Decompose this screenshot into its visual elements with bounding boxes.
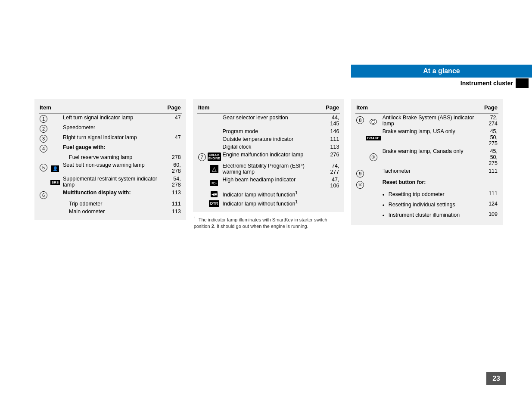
header-section: At a glance Instrument cluster bbox=[351, 65, 532, 88]
column-1: Item Page 1 Left turn signal indicator l… bbox=[34, 99, 190, 230]
footnote: 1 The indicator lamp illuminates with Sm… bbox=[193, 215, 345, 230]
dtr-icon: DTR bbox=[209, 200, 220, 207]
table-container-2: Item Page Gear selector lever position 4… bbox=[193, 99, 345, 212]
brake-circle-icon: ① bbox=[370, 153, 377, 161]
table-row: Digital clock 113 bbox=[197, 143, 340, 151]
table-row: 2 Speedometer bbox=[39, 124, 182, 134]
main-content: Item Page 1 Left turn signal indicator l… bbox=[34, 99, 506, 230]
col1-page-header: Page bbox=[161, 103, 182, 114]
row-num: 1 bbox=[39, 114, 48, 124]
table-row: 6 Multifunction display with: 113 bbox=[39, 189, 182, 200]
table-row: • Resetting individual settings 124 bbox=[355, 200, 498, 210]
table-row: Trip odometer 111 bbox=[39, 200, 182, 208]
section-marker bbox=[516, 78, 529, 88]
table-row: DTR Indicator lamp without function1 bbox=[197, 199, 340, 208]
instrument-cluster-bar: Instrument cluster bbox=[351, 78, 532, 88]
table-row: ≡▷ High beam headlamp indicator 47,106 bbox=[197, 176, 340, 190]
page-number: 23 bbox=[486, 372, 506, 385]
col1-item-header: Item bbox=[39, 103, 161, 114]
table-1: Item Page 1 Left turn signal indicator l… bbox=[39, 103, 182, 215]
table-container-1: Item Page 1 Left turn signal indicator l… bbox=[34, 99, 186, 220]
table-row: 3 Right turn signal indicator lamp 47 bbox=[39, 134, 182, 143]
instrument-cluster-label: Instrument cluster bbox=[460, 80, 513, 87]
table-row: SRS Supplemental restraint system indica… bbox=[39, 175, 182, 189]
bullet-item: • Resetting individual settings bbox=[383, 201, 477, 209]
indicator-lamp-icon-1: ◀■ bbox=[211, 191, 218, 197]
table-row: Fuel reserve warning lamp 278 bbox=[39, 153, 182, 161]
table-row: 4 Fuel gauge with: bbox=[39, 143, 182, 153]
table-row: △ Electronic Stability Program (ESP) war… bbox=[197, 162, 340, 176]
col3-item-header: Item bbox=[355, 103, 478, 114]
at-a-glance-title: At a glance bbox=[351, 65, 532, 78]
brake-text-icon: BRAKE bbox=[366, 136, 380, 140]
table-row: Program mode 146 bbox=[197, 128, 340, 135]
table-row: ◀■ Indicator lamp without function1 bbox=[197, 190, 340, 199]
table-row: ① Brake warning lamp, Canada only 45,50,… bbox=[355, 147, 498, 167]
table-row: 5 👤 Seat belt non-usage warning lamp 60,… bbox=[39, 161, 182, 175]
highbeam-icon: ≡▷ bbox=[210, 180, 218, 186]
table-row: 8 ◯ Antilock Brake System (ABS) indicato… bbox=[355, 114, 498, 128]
column-2: Item Page Gear selector lever position 4… bbox=[190, 99, 348, 230]
column-3: Item Page 8 ◯ Antilock Brake System (ABS… bbox=[348, 99, 506, 230]
table-row: Main odometer 113 bbox=[39, 208, 182, 215]
check-engine-icon: CHECKENGINE bbox=[208, 153, 221, 161]
bullet-item: • Resetting trip odometer bbox=[383, 190, 477, 199]
table-row: BRAKE Brake warning lamp, USA only 45,50… bbox=[355, 128, 498, 147]
table-container-3: Item Page 8 ◯ Antilock Brake System (ABS… bbox=[351, 99, 503, 225]
table-row: • Resetting trip odometer 111 bbox=[355, 190, 498, 200]
table-row: 7 CHECKENGINE Engine malfunction indicat… bbox=[197, 151, 340, 162]
table-row: Gear selector lever position 44,145 bbox=[197, 114, 340, 128]
srs-icon: SRS bbox=[50, 180, 60, 185]
table-3: Item Page 8 ◯ Antilock Brake System (ABS… bbox=[355, 103, 498, 221]
col3-page-header: Page bbox=[478, 103, 498, 114]
table-row: 10 Reset button for: bbox=[355, 178, 498, 190]
bullet-item: • Instrument cluster illumination bbox=[383, 211, 477, 220]
col2-page-header: Page bbox=[319, 103, 340, 114]
table-row: 1 Left turn signal indicator lamp 47 bbox=[39, 114, 182, 124]
seatbelt-icon: 👤 bbox=[51, 165, 59, 172]
table-2: Item Page Gear selector lever position 4… bbox=[197, 103, 340, 208]
abs-icon: ◯ bbox=[370, 119, 377, 125]
triangle-warning-icon: △ bbox=[210, 165, 218, 173]
table-row: • Instrument cluster illumination 109 bbox=[355, 210, 498, 221]
table-row: Outside temperature indicator 111 bbox=[197, 135, 340, 143]
table-row: 9 Tachometer 111 bbox=[355, 167, 498, 178]
col2-item-header: Item bbox=[197, 103, 320, 114]
